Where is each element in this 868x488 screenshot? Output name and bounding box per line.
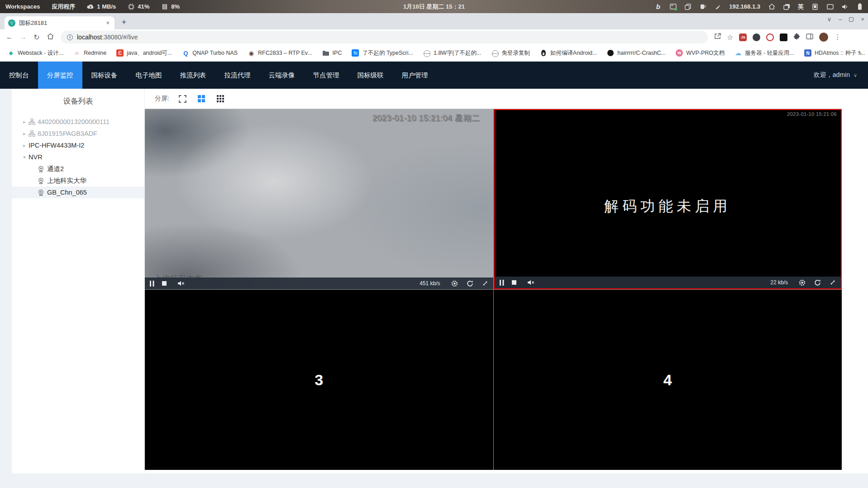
address-bar[interactable]: i localhost:38080/#/live	[61, 31, 708, 43]
clock-calendar[interactable]: 1月10日 星期二 15：21	[403, 3, 465, 11]
display-tray-icon[interactable]	[826, 3, 834, 10]
bookmark-item[interactable]: ◆Webstack - 设计...	[7, 49, 63, 57]
tree-item-device[interactable]: ▸ 44020000013200000111	[12, 116, 144, 128]
pause-button[interactable]	[150, 280, 154, 287]
bookmark-item[interactable]: 如何编译Android...	[540, 49, 597, 57]
browser-menu-button[interactable]: ⋮	[834, 33, 841, 41]
ip-address-indicator[interactable]: 192.168.1.3	[729, 3, 760, 10]
battery-tray-icon[interactable]	[856, 3, 863, 10]
globe-favicon	[491, 49, 498, 57]
settings-gear-button[interactable]	[451, 280, 458, 287]
volume-muted-icon[interactable]	[177, 280, 185, 287]
bookmark-item[interactable]: 知了不起的 TypeScri...	[352, 49, 413, 57]
site-info-icon[interactable]: i	[67, 34, 73, 40]
back-button[interactable]: ←	[3, 33, 16, 41]
bing-tray-icon[interactable]: b	[654, 3, 662, 10]
side-panel-icon[interactable]	[806, 33, 813, 41]
grid-3x3-button[interactable]	[217, 95, 224, 103]
expand-button[interactable]	[830, 279, 836, 286]
nav-item-push-list[interactable]: 推流列表	[171, 62, 215, 89]
coffee-caffeine-tray-icon[interactable]	[699, 3, 706, 10]
tree-item-channel[interactable]: 上地科实大华	[12, 175, 144, 187]
pause-button[interactable]	[500, 279, 504, 286]
new-tab-button[interactable]: +	[119, 18, 129, 27]
caret-right-icon[interactable]: ▸	[22, 131, 27, 137]
bookmark-star-icon[interactable]: ☆	[727, 33, 733, 42]
clipboard-tray-icon[interactable]	[684, 3, 692, 10]
home-tray-icon[interactable]	[768, 3, 775, 10]
fullscreen-button[interactable]	[179, 95, 187, 103]
expand-button[interactable]	[482, 280, 488, 287]
adblock-extension-icon[interactable]	[766, 33, 774, 41]
grid-2x2-button[interactable]	[198, 95, 205, 102]
bookmarks-overflow-button[interactable]: »	[858, 49, 862, 57]
wvp-favicon: W	[676, 49, 683, 57]
stop-button[interactable]	[512, 279, 516, 286]
caret-down-icon[interactable]: ▾	[22, 154, 27, 160]
nav-item-cloud-record[interactable]: 云端录像	[260, 62, 304, 89]
bookmark-item[interactable]: NHDAtmos :: 种子 *...	[804, 49, 865, 57]
nav-item-user-manage[interactable]: 用户管理	[393, 62, 437, 89]
nav-item-node-manage[interactable]: 节点管理	[304, 62, 348, 89]
user-menu[interactable]: 欢迎，admin ∨	[814, 62, 868, 89]
video-player-2[interactable]: 2023-01-10 15:21:06 解码功能未启用 2	[494, 109, 842, 289]
browser-tab[interactable]: ▽ 国标28181 ×	[5, 16, 114, 29]
settings-gear-button[interactable]	[799, 279, 806, 286]
memory-usage-indicator: 8%	[161, 3, 180, 10]
bookmark-item[interactable]: ∩Redmine	[73, 49, 106, 57]
bookmark-item[interactable]: WWVP-PRO文档	[676, 49, 725, 57]
nav-item-map[interactable]: 电子地图	[127, 62, 171, 89]
refresh-button[interactable]	[814, 279, 821, 286]
share-icon[interactable]	[714, 33, 721, 41]
volume-muted-icon[interactable]	[527, 279, 534, 286]
tree-item-channel-selected[interactable]: GB_Chn_065	[12, 187, 144, 198]
nav-item-gb-cascade[interactable]: 国标级联	[348, 62, 393, 89]
browser-home-button[interactable]	[43, 33, 57, 41]
video-player-4[interactable]: 4	[494, 290, 842, 470]
window-maximize-button[interactable]	[849, 17, 854, 22]
tree-item-channel[interactable]: 通道2	[12, 163, 144, 175]
volume-tray-icon[interactable]	[841, 3, 849, 10]
color-picker-tray-icon[interactable]	[714, 3, 721, 10]
screenshot-tray-icon[interactable]	[669, 3, 677, 10]
input-method-indicator[interactable]: 英	[798, 3, 804, 11]
bookmark-item[interactable]: ◉RFC2833 – RTP Ev...	[248, 49, 312, 57]
tab-search-chevron-button[interactable]: ∨	[827, 16, 832, 23]
applications-menu[interactable]: 应用程序	[52, 3, 75, 11]
bookmark-item[interactable]: ☁服务器 - 轻量应用...	[734, 49, 794, 57]
tab-close-button[interactable]: ×	[105, 19, 111, 26]
video-player-3[interactable]: 3	[145, 290, 493, 470]
nav-item-console[interactable]: 控制台	[0, 62, 38, 89]
windows-overlay-tray-icon[interactable]	[783, 3, 790, 10]
video-player-1[interactable]: 2023-01-10 15:21:04 星期二 上地科实大华	[145, 109, 493, 289]
nav-item-split-screen-monitor[interactable]: 分屏监控	[38, 62, 82, 89]
extensions-puzzle-icon[interactable]	[793, 33, 800, 42]
refresh-button[interactable]	[467, 280, 473, 287]
caret-right-icon[interactable]: ▸	[22, 119, 27, 125]
nav-item-pull-proxy[interactable]: 拉流代理	[215, 62, 260, 89]
tree-item-device[interactable]: ▸ 8J01915PAGB3ADF	[12, 128, 144, 139]
bookmark-item[interactable]: QQNAP Turbo NAS	[182, 49, 238, 57]
tampermonkey-extension-icon[interactable]	[753, 33, 760, 41]
bookmark-item[interactable]: hairrrrr/C-CrashC...	[607, 49, 666, 57]
nav-item-gb-devices[interactable]: 国标设备	[82, 62, 127, 89]
tree-item-device[interactable]: ▸ IPC-HFW4433M-I2	[12, 139, 144, 151]
tree-item-device-expanded[interactable]: ▾ NVR	[12, 151, 144, 163]
bookmark-folder[interactable]: IPC	[322, 49, 342, 57]
bookmark-item[interactable]: 免登录复制	[491, 49, 530, 57]
window-minimize-button[interactable]: –	[839, 16, 842, 23]
caret-right-icon[interactable]: ▸	[22, 143, 27, 148]
bookmark-item[interactable]: Cjava、android可...	[116, 49, 172, 57]
phone-link-tray-icon[interactable]	[811, 3, 819, 10]
bookmark-item[interactable]: 1.8W字|了不起的...	[423, 49, 481, 57]
workspaces-button[interactable]: Workspaces	[5, 3, 40, 10]
browser-profile-avatar[interactable]	[819, 33, 828, 42]
stop-button[interactable]	[162, 280, 167, 287]
memory-icon	[161, 3, 168, 10]
json-viewer-extension-icon[interactable]: JS	[739, 33, 747, 41]
forward-button[interactable]: →	[16, 33, 30, 41]
reload-button[interactable]: ↻	[30, 33, 43, 42]
ublock-extension-icon[interactable]	[780, 33, 787, 41]
window-close-button[interactable]: ×	[861, 16, 864, 23]
video-grid: 2023-01-10 15:21:04 星期二 上地科实大华	[145, 109, 842, 470]
